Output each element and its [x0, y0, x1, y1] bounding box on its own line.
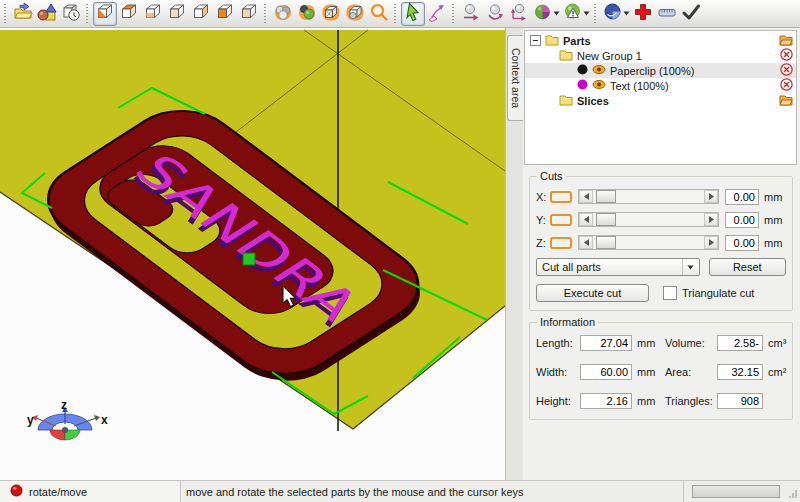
visibility-eye-icon[interactable] — [592, 79, 606, 92]
cut-mode-dropdown[interactable]: Cut all parts — [536, 258, 700, 276]
slider-left-arrow-icon[interactable] — [579, 236, 593, 249]
cut-z-value[interactable] — [725, 235, 759, 251]
cut-z-label: Z: — [536, 237, 550, 249]
view-cube-top-icon — [119, 2, 139, 25]
slider-thumb[interactable] — [596, 213, 616, 226]
cut-y-value[interactable] — [725, 212, 759, 228]
visibility-eye-icon[interactable] — [592, 64, 606, 77]
move-axes-button[interactable] — [507, 2, 531, 26]
remove-icon[interactable] — [780, 63, 793, 78]
move-part-button[interactable] — [459, 2, 483, 26]
resize-grip[interactable] — [788, 488, 798, 502]
toolbar-grip[interactable] — [3, 4, 8, 24]
slider-thumb[interactable] — [596, 190, 616, 203]
analysis-dropdown-caret[interactable] — [553, 11, 560, 16]
cut-x-plane-button[interactable] — [550, 191, 572, 203]
cut-z-slider[interactable] — [578, 235, 719, 250]
cut-y-row: Y: mm — [536, 212, 786, 227]
rotate-part-button[interactable] — [483, 2, 507, 26]
cut-x-value[interactable] — [725, 189, 759, 205]
pie-sphere-icon — [533, 2, 553, 25]
toolbar-grip[interactable] — [451, 4, 456, 24]
slice-view-button[interactable] — [601, 2, 625, 26]
view-cube-front-icon — [215, 2, 235, 25]
tree-item-paperclip[interactable]: Paperclip (100%) — [525, 63, 796, 78]
analysis-button[interactable] — [531, 2, 555, 26]
status-progress-cell — [683, 481, 788, 502]
toolbar-grip[interactable] — [593, 4, 598, 24]
length-unit: mm — [637, 337, 661, 349]
viewport-3d[interactable]: SANDRA SANDRA y — [0, 28, 505, 480]
wireframe-view-button[interactable] — [319, 2, 343, 26]
tree-item-text[interactable]: Text (100%) — [525, 78, 796, 93]
transform-arrow-icon — [427, 2, 447, 25]
tree-item-label: Text (100%) — [610, 80, 669, 92]
execute-cut-button[interactable]: Execute cut — [536, 284, 649, 302]
cuts-group-title: Cuts — [537, 170, 566, 182]
shaded-parts-button[interactable] — [271, 2, 295, 26]
axis-label-x: x — [101, 413, 108, 427]
tree-item-label: New Group 1 — [577, 50, 642, 62]
remove-icon[interactable] — [780, 48, 793, 63]
add-cross-button[interactable] — [631, 2, 655, 26]
cut-y-slider[interactable] — [578, 212, 719, 227]
apply-button[interactable] — [679, 2, 703, 26]
triangulate-checkbox[interactable] — [663, 286, 677, 300]
view-back-button[interactable] — [189, 2, 213, 26]
view-right-button[interactable] — [237, 2, 261, 26]
open-file-button[interactable] — [11, 2, 35, 26]
model-center-handle[interactable] — [243, 253, 255, 265]
points-view-button[interactable] — [343, 2, 367, 26]
open-group-icon[interactable] — [779, 94, 793, 108]
open-group-icon[interactable] — [779, 34, 793, 48]
slider-right-arrow-icon[interactable] — [704, 190, 718, 203]
collapse-icon[interactable] — [530, 35, 541, 46]
information-group: Information Length:mm Volume:cm³ Width:m… — [529, 322, 793, 420]
spheres-green-icon — [297, 2, 317, 25]
reset-button[interactable]: Reset — [709, 258, 786, 276]
cut-x-slider[interactable] — [578, 189, 719, 204]
view-cube-right-icon — [239, 2, 259, 25]
view-cube-left-icon — [167, 2, 187, 25]
view-left-button[interactable] — [165, 2, 189, 26]
slider-right-arrow-icon[interactable] — [704, 213, 718, 226]
view-cube-iso-icon — [95, 2, 115, 25]
view-iso-button[interactable] — [93, 2, 117, 26]
toolbar-grip[interactable] — [263, 4, 268, 24]
remove-icon[interactable] — [780, 78, 793, 93]
cut-y-plane-button[interactable] — [550, 214, 572, 226]
transform-tool-button[interactable] — [425, 2, 449, 26]
cut-z-plane-button[interactable] — [550, 237, 572, 249]
zoom-button[interactable] — [367, 2, 391, 26]
rotate-sphere-icon — [485, 2, 505, 25]
context-area-bar: Context area — [505, 28, 523, 480]
view-top-button[interactable] — [117, 2, 141, 26]
slider-thumb[interactable] — [596, 236, 616, 249]
view-front-button[interactable] — [213, 2, 237, 26]
context-area-tab[interactable]: Context area — [507, 35, 523, 121]
select-tool-button[interactable] — [401, 2, 425, 26]
view-bottom-button[interactable] — [141, 2, 165, 26]
repair-dropdown-caret[interactable] — [583, 11, 590, 16]
toolbar-grip[interactable] — [85, 4, 90, 24]
cut-x-row: X: mm — [536, 189, 786, 204]
part-info-button[interactable] — [59, 2, 83, 26]
tree-item-new-group[interactable]: New Group 1 — [525, 48, 796, 63]
shaded-selection-button[interactable] — [295, 2, 319, 26]
repair-button[interactable] — [561, 2, 585, 26]
axis-label-y: y — [27, 413, 34, 427]
measure-button[interactable] — [655, 2, 679, 26]
add-primitive-button[interactable] — [35, 2, 59, 26]
magnifier-icon — [369, 2, 389, 25]
slice-dropdown-caret[interactable] — [623, 11, 630, 16]
cut-y-label: Y: — [536, 214, 550, 226]
information-group-title: Information — [537, 316, 598, 328]
height-unit: mm — [637, 395, 661, 407]
tree-item-slices[interactable]: Slices — [525, 93, 796, 108]
slider-right-arrow-icon[interactable] — [704, 236, 718, 249]
cube-info-icon — [61, 2, 81, 25]
slider-left-arrow-icon[interactable] — [579, 213, 593, 226]
slider-left-arrow-icon[interactable] — [579, 190, 593, 203]
tree-item-parts[interactable]: Parts — [525, 33, 796, 48]
toolbar-grip[interactable] — [393, 4, 398, 24]
